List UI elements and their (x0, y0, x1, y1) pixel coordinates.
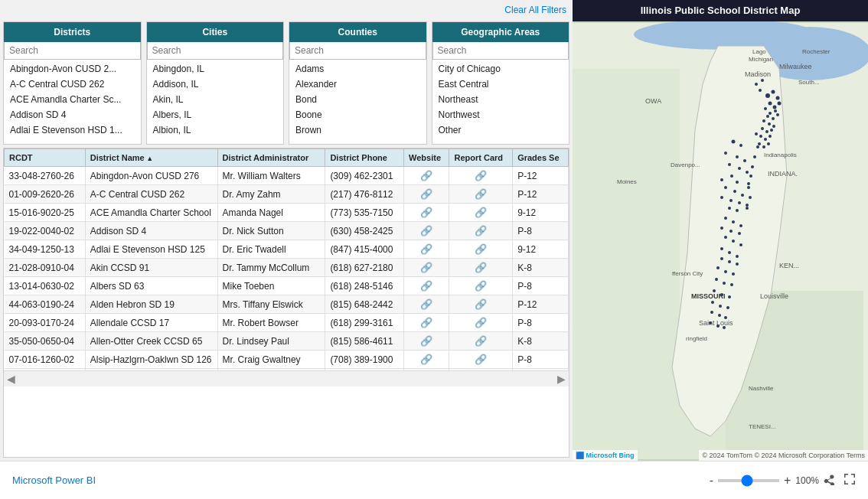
cell-report-card[interactable]: 🔗 (449, 185, 513, 204)
list-item[interactable]: Brown (289, 122, 426, 138)
table-row[interactable]: 44-063-0190-24 Alden Hebron SD 19 Mrs. T… (5, 295, 569, 314)
list-item[interactable]: City of Chicago (432, 61, 569, 77)
cell-report-card[interactable]: 🔗 (449, 167, 513, 185)
list-item[interactable]: Addison, IL (147, 77, 284, 92)
main-container: Clear All Filters Districts Abingdon-Avo… (0, 0, 868, 499)
table-row[interactable]: 20-093-0170-24 Allendale CCSD 17 Mr. Rob… (5, 314, 569, 332)
report-card-link-icon[interactable]: 🔗 (475, 280, 487, 292)
col-admin[interactable]: District Administrator (217, 149, 325, 167)
cell-report-card[interactable]: 🔗 (449, 222, 513, 240)
list-item[interactable]: Alexander (289, 77, 426, 92)
cell-website[interactable]: 🔗 (404, 277, 449, 295)
col-rcdt[interactable]: RCDT (5, 149, 86, 167)
website-link-icon[interactable]: 🔗 (420, 280, 432, 292)
report-card-link-icon[interactable]: 🔗 (475, 207, 487, 218)
table-row[interactable]: 33-048-2760-26 Abingdon-Avon CUSD 276 Mr… (5, 167, 569, 185)
list-item[interactable]: Northwest (432, 107, 569, 122)
cell-website[interactable]: 🔗 (404, 314, 449, 332)
scroll-right-btn[interactable]: ▶ (557, 373, 566, 385)
website-link-icon[interactable]: 🔗 (420, 354, 432, 365)
cell-website[interactable]: 🔗 (404, 295, 449, 314)
cell-report-card[interactable]: 🔗 (449, 259, 513, 277)
share-button[interactable] (824, 473, 836, 488)
website-link-icon[interactable]: 🔗 (420, 207, 432, 218)
cell-report-card[interactable]: 🔗 (449, 277, 513, 295)
report-card-link-icon[interactable]: 🔗 (475, 262, 487, 273)
list-item[interactable]: Other (432, 122, 569, 138)
website-link-icon[interactable]: 🔗 (420, 243, 432, 255)
cell-phone: (618) 627-2180 (325, 259, 404, 277)
clear-all-filters-button[interactable]: Clear All Filters (504, 5, 566, 18)
cell-report-card[interactable]: 🔗 (449, 295, 513, 314)
cell-website[interactable]: 🔗 (404, 332, 449, 351)
website-link-icon[interactable]: 🔗 (420, 335, 432, 347)
website-link-icon[interactable]: 🔗 (420, 170, 432, 181)
cell-website[interactable]: 🔗 (404, 204, 449, 222)
powerbi-link[interactable]: Microsoft Power BI (12, 475, 96, 486)
scroll-left-btn[interactable]: ◀ (7, 373, 15, 385)
report-card-link-icon[interactable]: 🔗 (475, 170, 487, 181)
table-row[interactable]: 13-014-0630-02 Albers SD 63 Mike Toeben … (5, 277, 569, 295)
list-item[interactable]: Bond (289, 92, 426, 107)
list-item[interactable]: ACE Amandla Charter Sc... (4, 92, 141, 107)
table-row[interactable]: 21-028-0910-04 Akin CCSD 91 Dr. Tammy Mc… (5, 259, 569, 277)
col-grades[interactable]: Grades Se (513, 149, 569, 167)
list-item[interactable]: Abingdon-Avon CUSD 2... (4, 61, 141, 77)
list-item[interactable]: Boone (289, 107, 426, 122)
list-item[interactable]: Adams (289, 61, 426, 77)
report-card-link-icon[interactable]: 🔗 (475, 188, 487, 200)
table-row[interactable]: 19-022-0040-02 Addison SD 4 Dr. Nick Sut… (5, 222, 569, 240)
cell-report-card[interactable]: 🔗 (449, 240, 513, 259)
list-item[interactable]: Adlai E Stevenson HSD 1... (4, 122, 141, 138)
geographic-areas-search-input[interactable] (432, 42, 569, 60)
cell-website[interactable]: 🔗 (404, 185, 449, 204)
website-link-icon[interactable]: 🔗 (420, 317, 432, 328)
list-item[interactable]: Albers, IL (147, 107, 284, 122)
map-area[interactable]: OWA Moines Davenpo... fferson City MISSO… (573, 21, 868, 461)
cell-website[interactable]: 🔗 (404, 222, 449, 240)
table-row[interactable]: 34-049-1250-13 Adlai E Stevenson HSD 125… (5, 240, 569, 259)
report-card-link-icon[interactable]: 🔗 (475, 243, 487, 255)
cell-website[interactable]: 🔗 (404, 167, 449, 185)
report-card-link-icon[interactable]: 🔗 (475, 317, 487, 328)
list-item[interactable]: Addison SD 4 (4, 107, 141, 122)
cell-report-card[interactable]: 🔗 (449, 351, 513, 369)
list-item[interactable]: A-C Central CUSD 262 (4, 77, 141, 92)
website-link-icon[interactable]: 🔗 (420, 225, 432, 236)
col-phone[interactable]: District Phone (325, 149, 404, 167)
report-card-link-icon[interactable]: 🔗 (475, 335, 487, 347)
table-scroll[interactable]: RCDT District Name District Administrato… (4, 148, 569, 370)
cell-website[interactable]: 🔗 (404, 240, 449, 259)
cell-website[interactable]: 🔗 (404, 351, 449, 369)
table-row[interactable]: 35-050-0650-04 Allen-Otter Creek CCSD 65… (5, 332, 569, 351)
zoom-out-button[interactable]: - (710, 474, 713, 488)
table-row[interactable]: 15-016-9020-25 ACE Amandla Charter Schoo… (5, 204, 569, 222)
col-report-card[interactable]: Report Card (449, 149, 513, 167)
cell-website[interactable]: 🔗 (404, 259, 449, 277)
table-row[interactable]: 01-009-2620-26 A-C Central CUSD 262 Dr. … (5, 185, 569, 204)
zoom-in-button[interactable]: + (784, 474, 791, 488)
counties-search-input[interactable] (289, 42, 426, 60)
col-website[interactable]: Website (404, 149, 449, 167)
report-card-link-icon[interactable]: 🔗 (475, 298, 487, 310)
list-item[interactable]: Northeast (432, 92, 569, 107)
svg-point-29 (776, 96, 780, 100)
cell-report-card[interactable]: 🔗 (449, 314, 513, 332)
report-card-link-icon[interactable]: 🔗 (475, 354, 487, 365)
report-card-link-icon[interactable]: 🔗 (475, 225, 487, 236)
districts-search-input[interactable] (4, 42, 141, 60)
col-district-name[interactable]: District Name (85, 149, 217, 167)
website-link-icon[interactable]: 🔗 (420, 298, 432, 310)
website-link-icon[interactable]: 🔗 (420, 262, 432, 273)
website-link-icon[interactable]: 🔗 (420, 188, 432, 200)
cities-search-input[interactable] (147, 42, 284, 60)
list-item[interactable]: Albion, IL (147, 122, 284, 138)
table-row[interactable]: 07-016-1260-02 Alsip-Hazlgrn-Oaklwn SD 1… (5, 351, 569, 369)
list-item[interactable]: East Central (432, 77, 569, 92)
zoom-slider[interactable] (718, 479, 779, 482)
list-item[interactable]: Abingdon, IL (147, 61, 284, 77)
list-item[interactable]: Akin, IL (147, 92, 284, 107)
cell-report-card[interactable]: 🔗 (449, 204, 513, 222)
fullscreen-button[interactable] (844, 473, 856, 488)
cell-report-card[interactable]: 🔗 (449, 332, 513, 351)
